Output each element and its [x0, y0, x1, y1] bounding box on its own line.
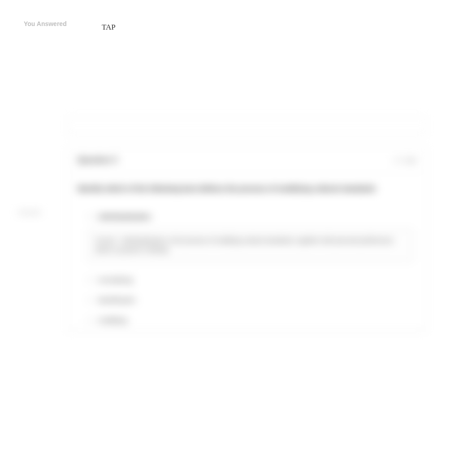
radio-icon [87, 214, 92, 219]
question-card: Question 3 1 / 1 pts Identify which of t… [67, 147, 427, 331]
radio-icon [87, 278, 92, 282]
answer-section: Correct! individualization Correct - Ind… [68, 206, 426, 330]
blurred-preview-area: Question 3 1 / 1 pts Identify which of t… [22, 117, 427, 331]
answer-option-3: identification [68, 290, 426, 310]
answer-option-2-text: normalizing [98, 276, 133, 283]
answer-option-1: individualization [68, 206, 426, 227]
answer-option-4-text: modifying [98, 316, 127, 324]
question-points: 1 / 1 pts [394, 157, 416, 164]
answer-option-4: modifying [68, 310, 426, 330]
radio-icon [87, 298, 92, 302]
answer-option-3-text: identification [98, 296, 135, 304]
correct-indicator: Correct! [18, 209, 41, 216]
you-answered-label: You Answered [24, 20, 67, 27]
answer-feedback: Correct - Individualization is the proce… [87, 229, 413, 262]
answer-option-2: normalizing [68, 270, 426, 290]
tap-answer-text: TAP [102, 23, 116, 32]
previous-card-fragment [67, 117, 427, 135]
answer-option-1-text: individualization [98, 213, 151, 220]
question-number: Question 3 [78, 156, 117, 165]
radio-icon [87, 318, 92, 323]
question-prompt: Identify which of the following best def… [68, 173, 426, 206]
question-header: Question 3 1 / 1 pts [68, 148, 426, 173]
